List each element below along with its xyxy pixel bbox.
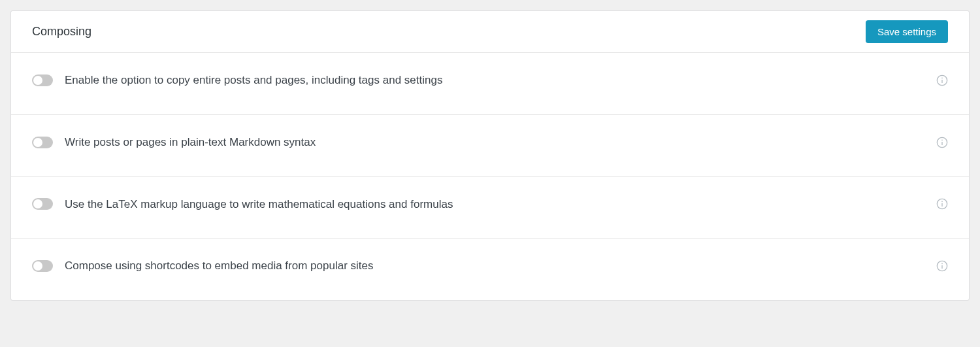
- svg-point-1: [941, 77, 943, 78]
- svg-point-4: [941, 139, 943, 140]
- toggle-latex[interactable]: [32, 198, 53, 210]
- setting-label: Write posts or pages in plain-text Markd…: [65, 135, 924, 150]
- card-header: Composing Save settings: [11, 11, 969, 53]
- svg-point-7: [941, 201, 943, 203]
- info-icon[interactable]: [936, 74, 948, 86]
- toggle-markdown[interactable]: [32, 137, 53, 148]
- info-icon[interactable]: [936, 137, 948, 148]
- save-settings-button[interactable]: Save settings: [866, 20, 948, 43]
- card-title: Composing: [32, 25, 91, 39]
- setting-label: Use the LaTeX markup language to write m…: [65, 197, 924, 212]
- setting-row-markdown: Write posts or pages in plain-text Markd…: [11, 115, 969, 177]
- info-icon[interactable]: [936, 198, 948, 210]
- composing-settings-card: Composing Save settings Enable the optio…: [10, 10, 970, 301]
- toggle-shortcodes[interactable]: [32, 260, 53, 272]
- toggle-copy-posts[interactable]: [32, 74, 53, 86]
- setting-label: Enable the option to copy entire posts a…: [65, 73, 924, 88]
- info-icon[interactable]: [936, 260, 948, 272]
- setting-row-copy-posts: Enable the option to copy entire posts a…: [11, 53, 969, 115]
- setting-label: Compose using shortcodes to embed media …: [65, 258, 924, 274]
- setting-row-shortcodes: Compose using shortcodes to embed media …: [11, 239, 969, 300]
- svg-point-10: [941, 263, 943, 265]
- setting-row-latex: Use the LaTeX markup language to write m…: [11, 177, 969, 239]
